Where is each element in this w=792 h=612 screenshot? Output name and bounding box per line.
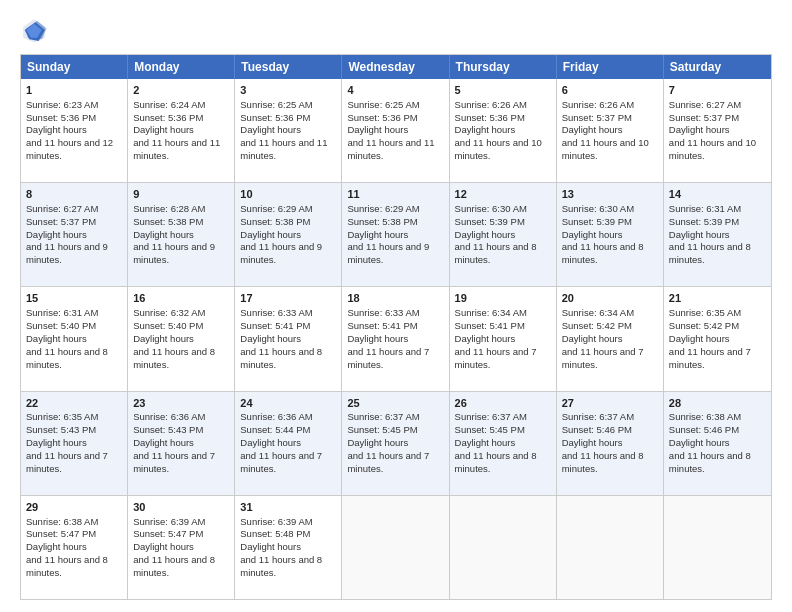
day-cell-14: 14Sunrise: 6:31 AMSunset: 5:39 PMDayligh… [664,183,771,286]
day-info: Sunrise: 6:34 AMSunset: 5:42 PMDaylight … [562,307,644,369]
day-info: Sunrise: 6:26 AMSunset: 5:37 PMDaylight … [562,99,649,161]
day-info: Sunrise: 6:39 AMSunset: 5:48 PMDaylight … [240,516,322,578]
day-info: Sunrise: 6:35 AMSunset: 5:42 PMDaylight … [669,307,751,369]
day-number: 11 [347,187,443,202]
day-info: Sunrise: 6:26 AMSunset: 5:36 PMDaylight … [455,99,542,161]
calendar-row: 29Sunrise: 6:38 AMSunset: 5:47 PMDayligh… [21,495,771,599]
day-info: Sunrise: 6:29 AMSunset: 5:38 PMDaylight … [347,203,429,265]
day-number: 25 [347,396,443,411]
header [20,16,772,44]
day-info: Sunrise: 6:36 AMSunset: 5:44 PMDaylight … [240,411,322,473]
day-info: Sunrise: 6:37 AMSunset: 5:45 PMDaylight … [347,411,429,473]
calendar-body: 1Sunrise: 6:23 AMSunset: 5:36 PMDaylight… [21,79,771,599]
day-info: Sunrise: 6:27 AMSunset: 5:37 PMDaylight … [669,99,756,161]
day-info: Sunrise: 6:23 AMSunset: 5:36 PMDaylight … [26,99,113,161]
day-number: 3 [240,83,336,98]
day-info: Sunrise: 6:30 AMSunset: 5:39 PMDaylight … [562,203,644,265]
header-cell-tuesday: Tuesday [235,55,342,79]
day-info: Sunrise: 6:37 AMSunset: 5:45 PMDaylight … [455,411,537,473]
day-cell-5: 5Sunrise: 6:26 AMSunset: 5:36 PMDaylight… [450,79,557,182]
empty-cell [450,496,557,599]
day-number: 2 [133,83,229,98]
day-number: 24 [240,396,336,411]
day-cell-4: 4Sunrise: 6:25 AMSunset: 5:36 PMDaylight… [342,79,449,182]
day-cell-22: 22Sunrise: 6:35 AMSunset: 5:43 PMDayligh… [21,392,128,495]
calendar-row: 15Sunrise: 6:31 AMSunset: 5:40 PMDayligh… [21,286,771,390]
logo [20,16,52,44]
day-info: Sunrise: 6:25 AMSunset: 5:36 PMDaylight … [347,99,434,161]
day-cell-26: 26Sunrise: 6:37 AMSunset: 5:45 PMDayligh… [450,392,557,495]
day-number: 15 [26,291,122,306]
day-info: Sunrise: 6:27 AMSunset: 5:37 PMDaylight … [26,203,108,265]
header-cell-friday: Friday [557,55,664,79]
page: SundayMondayTuesdayWednesdayThursdayFrid… [0,0,792,612]
day-number: 30 [133,500,229,515]
day-number: 9 [133,187,229,202]
day-number: 4 [347,83,443,98]
day-info: Sunrise: 6:31 AMSunset: 5:39 PMDaylight … [669,203,751,265]
calendar-header-row: SundayMondayTuesdayWednesdayThursdayFrid… [21,55,771,79]
empty-cell [664,496,771,599]
day-info: Sunrise: 6:33 AMSunset: 5:41 PMDaylight … [347,307,429,369]
day-number: 29 [26,500,122,515]
empty-cell [557,496,664,599]
header-cell-saturday: Saturday [664,55,771,79]
day-info: Sunrise: 6:35 AMSunset: 5:43 PMDaylight … [26,411,108,473]
day-info: Sunrise: 6:38 AMSunset: 5:47 PMDaylight … [26,516,108,578]
day-cell-24: 24Sunrise: 6:36 AMSunset: 5:44 PMDayligh… [235,392,342,495]
day-number: 13 [562,187,658,202]
day-cell-10: 10Sunrise: 6:29 AMSunset: 5:38 PMDayligh… [235,183,342,286]
day-info: Sunrise: 6:30 AMSunset: 5:39 PMDaylight … [455,203,537,265]
day-cell-21: 21Sunrise: 6:35 AMSunset: 5:42 PMDayligh… [664,287,771,390]
day-cell-1: 1Sunrise: 6:23 AMSunset: 5:36 PMDaylight… [21,79,128,182]
day-info: Sunrise: 6:31 AMSunset: 5:40 PMDaylight … [26,307,108,369]
day-cell-6: 6Sunrise: 6:26 AMSunset: 5:37 PMDaylight… [557,79,664,182]
day-cell-2: 2Sunrise: 6:24 AMSunset: 5:36 PMDaylight… [128,79,235,182]
day-info: Sunrise: 6:29 AMSunset: 5:38 PMDaylight … [240,203,322,265]
header-cell-thursday: Thursday [450,55,557,79]
day-cell-7: 7Sunrise: 6:27 AMSunset: 5:37 PMDaylight… [664,79,771,182]
day-cell-31: 31Sunrise: 6:39 AMSunset: 5:48 PMDayligh… [235,496,342,599]
day-info: Sunrise: 6:38 AMSunset: 5:46 PMDaylight … [669,411,751,473]
day-cell-8: 8Sunrise: 6:27 AMSunset: 5:37 PMDaylight… [21,183,128,286]
day-number: 6 [562,83,658,98]
day-info: Sunrise: 6:24 AMSunset: 5:36 PMDaylight … [133,99,220,161]
day-number: 19 [455,291,551,306]
day-number: 7 [669,83,766,98]
day-number: 12 [455,187,551,202]
day-number: 18 [347,291,443,306]
day-cell-23: 23Sunrise: 6:36 AMSunset: 5:43 PMDayligh… [128,392,235,495]
day-cell-12: 12Sunrise: 6:30 AMSunset: 5:39 PMDayligh… [450,183,557,286]
day-number: 10 [240,187,336,202]
empty-cell [342,496,449,599]
day-info: Sunrise: 6:32 AMSunset: 5:40 PMDaylight … [133,307,215,369]
day-number: 16 [133,291,229,306]
day-cell-9: 9Sunrise: 6:28 AMSunset: 5:38 PMDaylight… [128,183,235,286]
day-number: 31 [240,500,336,515]
day-info: Sunrise: 6:28 AMSunset: 5:38 PMDaylight … [133,203,215,265]
header-cell-sunday: Sunday [21,55,128,79]
day-info: Sunrise: 6:33 AMSunset: 5:41 PMDaylight … [240,307,322,369]
day-cell-28: 28Sunrise: 6:38 AMSunset: 5:46 PMDayligh… [664,392,771,495]
day-number: 20 [562,291,658,306]
day-cell-30: 30Sunrise: 6:39 AMSunset: 5:47 PMDayligh… [128,496,235,599]
day-info: Sunrise: 6:36 AMSunset: 5:43 PMDaylight … [133,411,215,473]
header-cell-monday: Monday [128,55,235,79]
calendar-row: 1Sunrise: 6:23 AMSunset: 5:36 PMDaylight… [21,79,771,182]
day-cell-18: 18Sunrise: 6:33 AMSunset: 5:41 PMDayligh… [342,287,449,390]
day-cell-3: 3Sunrise: 6:25 AMSunset: 5:36 PMDaylight… [235,79,342,182]
day-info: Sunrise: 6:37 AMSunset: 5:46 PMDaylight … [562,411,644,473]
day-info: Sunrise: 6:34 AMSunset: 5:41 PMDaylight … [455,307,537,369]
calendar-row: 22Sunrise: 6:35 AMSunset: 5:43 PMDayligh… [21,391,771,495]
day-cell-27: 27Sunrise: 6:37 AMSunset: 5:46 PMDayligh… [557,392,664,495]
day-cell-19: 19Sunrise: 6:34 AMSunset: 5:41 PMDayligh… [450,287,557,390]
day-number: 27 [562,396,658,411]
day-info: Sunrise: 6:25 AMSunset: 5:36 PMDaylight … [240,99,327,161]
day-cell-15: 15Sunrise: 6:31 AMSunset: 5:40 PMDayligh… [21,287,128,390]
logo-icon [20,16,48,44]
day-cell-17: 17Sunrise: 6:33 AMSunset: 5:41 PMDayligh… [235,287,342,390]
day-number: 5 [455,83,551,98]
day-cell-25: 25Sunrise: 6:37 AMSunset: 5:45 PMDayligh… [342,392,449,495]
header-cell-wednesday: Wednesday [342,55,449,79]
day-number: 26 [455,396,551,411]
